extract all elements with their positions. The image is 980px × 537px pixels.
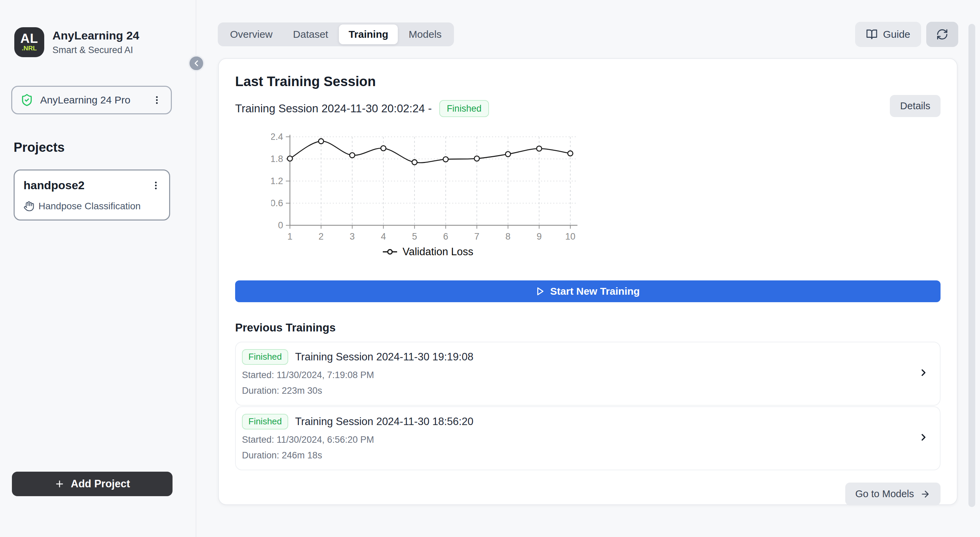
training-session-title: Training Session 2024-11-30 18:56:20: [295, 416, 473, 428]
svg-text:0.6: 0.6: [271, 198, 283, 208]
play-icon: [536, 287, 545, 296]
project-card-handpose2[interactable]: handpose2 Handpose Classification: [14, 169, 170, 220]
chevron-left-icon: [192, 59, 201, 68]
svg-text:7: 7: [474, 231, 479, 239]
svg-text:6: 6: [443, 231, 448, 239]
status-badge: Finished: [242, 414, 288, 429]
svg-text:0: 0: [278, 220, 283, 230]
loss-chart-svg: 00.61.21.82.412345678910: [271, 131, 584, 239]
svg-text:10: 10: [565, 231, 576, 239]
training-session-title: Training Session 2024-11-30 19:19:08: [295, 351, 473, 363]
add-project-label: Add Project: [71, 478, 130, 490]
app-title: AnyLearning 24: [52, 29, 139, 42]
validation-loss-chart: 00.61.21.82.412345678910 Validation Loss: [271, 131, 584, 258]
svg-text:9: 9: [537, 231, 542, 239]
svg-text:8: 8: [505, 231, 511, 239]
logo-text: AL: [21, 32, 38, 45]
project-name: handpose2: [24, 178, 84, 192]
tab-dataset[interactable]: Dataset: [283, 24, 337, 44]
guide-button[interactable]: Guide: [855, 22, 921, 47]
training-session-started: Started: 11/30/2024, 7:19:08 PM: [242, 370, 916, 381]
training-session-row-1[interactable]: Finished Training Session 2024-11-30 19:…: [235, 342, 940, 406]
plan-label: AnyLearning 24 Pro: [40, 94, 151, 106]
guide-label: Guide: [883, 29, 910, 40]
chevron-right-icon[interactable]: [916, 432, 931, 443]
sidebar: AL .NRL AnyLearning 24 Smart & Secured A…: [0, 0, 196, 537]
svg-text:3: 3: [350, 231, 355, 239]
svg-text:5: 5: [412, 231, 417, 239]
last-training-heading: Last Training Session: [235, 74, 489, 89]
status-badge: Finished: [242, 349, 288, 365]
chevron-right-icon[interactable]: [916, 367, 931, 378]
start-new-training-button[interactable]: Start New Training: [235, 280, 940, 302]
book-open-icon: [866, 29, 878, 40]
chart-legend: Validation Loss: [271, 246, 584, 258]
details-button[interactable]: Details: [890, 95, 940, 117]
training-session-started: Started: 11/30/2024, 6:56:20 PM: [242, 434, 916, 445]
session-title: Training Session 2024-11-30 20:02:24 -: [235, 102, 432, 115]
training-panel: Last Training Session Training Session 2…: [218, 58, 958, 505]
svg-text:1: 1: [287, 231, 292, 239]
main-tabs: Overview Dataset Training Models: [218, 22, 454, 46]
add-project-button[interactable]: Add Project: [12, 472, 172, 496]
plus-icon: [54, 479, 65, 489]
previous-trainings-list: Finished Training Session 2024-11-30 19:…: [235, 342, 940, 470]
training-session-row-2[interactable]: Finished Training Session 2024-11-30 18:…: [235, 406, 940, 470]
go-to-models-button[interactable]: Go to Models: [845, 483, 940, 505]
app-brand: AL .NRL AnyLearning 24 Smart & Secured A…: [0, 0, 196, 57]
project-menu-icon[interactable]: [150, 180, 162, 191]
svg-text:1.2: 1.2: [271, 176, 283, 186]
arrow-right-icon: [920, 489, 930, 499]
svg-text:4: 4: [381, 231, 386, 239]
tab-training[interactable]: Training: [339, 24, 398, 44]
tab-models[interactable]: Models: [399, 24, 451, 44]
legend-label: Validation Loss: [402, 246, 473, 258]
svg-text:2.4: 2.4: [271, 132, 283, 142]
app-subtitle: Smart & Secured AI: [52, 45, 139, 56]
plan-menu-icon[interactable]: [151, 94, 163, 106]
training-session-duration: Duration: 223m 30s: [242, 385, 916, 396]
svg-text:1.8: 1.8: [271, 154, 283, 164]
sidebar-collapse-button[interactable]: [188, 55, 205, 72]
logo-subtext: .NRL: [22, 45, 37, 52]
refresh-icon: [936, 28, 948, 40]
project-type-label: Handpose Classification: [38, 201, 140, 212]
app-logo: AL .NRL: [14, 27, 44, 57]
legend-marker-icon: [382, 248, 398, 256]
hand-icon: [24, 201, 34, 212]
shield-check-icon: [21, 94, 33, 107]
svg-text:2: 2: [318, 231, 324, 239]
scrollbar-thumb[interactable]: [969, 24, 975, 507]
start-new-training-label: Start New Training: [550, 285, 640, 297]
plan-selector[interactable]: AnyLearning 24 Pro: [11, 86, 172, 114]
projects-heading: Projects: [14, 140, 65, 155]
refresh-button[interactable]: [926, 22, 958, 47]
previous-trainings-heading: Previous Trainings: [235, 321, 940, 334]
status-badge: Finished: [439, 100, 489, 117]
tab-overview[interactable]: Overview: [221, 24, 282, 44]
training-session-duration: Duration: 246m 18s: [242, 450, 916, 461]
go-to-models-label: Go to Models: [856, 488, 914, 500]
